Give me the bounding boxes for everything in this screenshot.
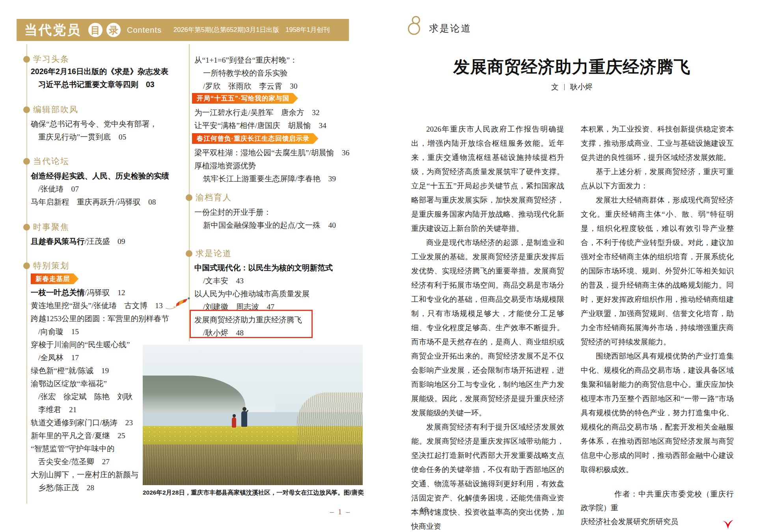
paragraph: 商业是现代市场经济的起源，是制造业和工业发展的基础。发展商贸经济是重庆发挥后发优…	[411, 236, 564, 420]
toc-entry: 一份尘封的开业手册：	[194, 207, 271, 218]
toc-section-heading: 编辑部吹风	[23, 104, 78, 115]
magazine-logo: 当代党员	[24, 21, 81, 39]
toc-entry: 习近平总书记重要文章等四则 03	[38, 79, 155, 90]
toc-section-heading: 学习头条	[23, 54, 69, 65]
author-note: 作者：中共重庆市委党校（重庆行政学院）重 庆经济社会发展研究所研究员	[581, 487, 734, 528]
toc-entry: 一枝一叶总关情/冯驿驭 12	[31, 287, 125, 298]
toc-section-heading: 时事聚焦	[23, 221, 69, 233]
toc-entry: 新中国金融保险事业的起点/文一殊 40	[203, 220, 336, 231]
page-number-left: – 1 –	[311, 508, 351, 516]
issue-info: 2026年第5期(总第652期)3月1日出版 1958年1月创刊	[173, 26, 330, 34]
toc-entry: 李维君 21	[38, 404, 77, 415]
paragraph: 发展商贸经济有利于提升区域经济发展效能。发展商贸经济是重庆发挥区域带动能力，坚决…	[411, 420, 564, 532]
toc-entry: 厚植湿地资源优势	[194, 160, 256, 171]
toc-entry: 轨道交通修到家门口/杨涛 23	[31, 417, 133, 428]
toc-circle-lu: 录	[106, 23, 121, 37]
author-note-line: 庆经济社会发展研究所研究员	[581, 515, 734, 528]
photo-figure-head	[242, 407, 246, 411]
toc-entry: /文丰安 43	[203, 275, 244, 286]
toc-entry: /张佌瑃 07	[38, 184, 79, 194]
toc-entry: 黄连地里挖“甜头”/张佌瑃 古文博 13	[31, 300, 163, 311]
toc-entry: 创造经得起实践、人民、历史检验的实绩	[31, 171, 169, 181]
toc-entry: 2026年2月16日出版的《求是》杂志发表	[31, 66, 168, 77]
byline-prefix: 文	[551, 83, 559, 91]
paragraph: 基于上述分析，发展商贸经济，重庆可重点从以下方面发力：	[581, 165, 734, 193]
byline-divider	[564, 84, 565, 90]
toc-entry: /张宏 徐定斌 陈艳 刘耿	[38, 391, 132, 402]
bullet-icon	[23, 262, 30, 269]
toc-section-heading: 求是论道	[186, 248, 232, 259]
toc-entry: 乡愁/陈正茂 28	[38, 482, 94, 493]
toc-badge: 开局“十五五”·写给我的家与国	[192, 93, 298, 104]
toc-entry: 马年启新程 重庆再跃升/冯驿驭 08	[31, 197, 156, 207]
article-column-1: 2026年重庆市人民政府工作报告明确提出，增强内陆开放综合枢纽服务效能。近年来，…	[411, 122, 564, 532]
toc-entry: 梁平双桂湖：湿地公园“去腐生肌”/胡晨愉 36	[194, 147, 349, 158]
photo-caption: 2026年2月28日，重庆市丰都县高家镇汶溪社区，一对母女在江边放风筝。图/唐奕	[143, 489, 363, 497]
paragraph: 发展壮大经销商群体，形成现代商贸经济文化。重庆经销商主体“小、散、弱”特征明显，…	[581, 193, 734, 349]
paragraph: 2026年重庆市人民政府工作报告明确提出，增强内陆开放综合枢纽服务效能。近年来，…	[411, 122, 564, 236]
toc-entry: 穿梭于川渝间的“民生暖心线”	[31, 339, 130, 350]
magazine-spread: 当代党员 目 录 Contents 2026年第5期(总第652期)3月1日出版…	[0, 0, 757, 532]
bullet-icon	[186, 250, 192, 257]
toc-entry: 重庆见行动”一贯到底 05	[38, 132, 126, 142]
toc-entry: 中国式现代化：以民生为核的文明新范式	[194, 262, 333, 273]
photo-figure-head	[233, 414, 236, 417]
toc-entry: 一所特教学校的音乐实验	[203, 68, 288, 78]
toc-entry: 且趁春风策马行/汪茂盛 09	[31, 236, 125, 247]
photo-reeds	[297, 392, 363, 460]
article-byline: 文耿小烬	[410, 82, 734, 92]
kite-flying-photo	[143, 345, 363, 485]
toc-section-heading: 当代论坛	[23, 156, 69, 167]
toc-entry: “智慧监管”守护年味中的	[31, 443, 114, 454]
bullet-icon	[186, 194, 192, 201]
toc-section-heading: 特别策划	[23, 260, 69, 271]
publisher-logo-icon	[722, 519, 734, 530]
toc-entry: /罗欣 张雨欣 李云霄 30	[203, 81, 297, 91]
byline-author: 耿小烬	[570, 83, 593, 91]
bullet-icon	[23, 224, 30, 231]
toc-entry: 绿色新“橙”就/陈诚 19	[31, 365, 109, 376]
contents-label: Contents	[127, 26, 162, 35]
toc-entry: /全凤林 17	[38, 352, 79, 363]
paragraph: 围绕西部地区具有规模优势的产业打造集中化、规模化的商品交易市场，建设具备区域集聚…	[581, 349, 734, 477]
gourd-icon	[408, 15, 426, 36]
toc-badge: 新春走基层	[31, 273, 79, 284]
page-number-right: – 48 –	[411, 506, 437, 514]
kite-decoration-icon	[165, 295, 192, 314]
author-note-line: 作者：中共重庆市委党校（重庆行政学院）重	[581, 487, 734, 515]
bullet-icon	[23, 106, 30, 113]
bullet-icon	[23, 56, 30, 63]
toc-entry: 为一江碧水行走/吴胜军 唐余方 32	[194, 107, 319, 118]
toc-entry: 让平安“满格”相伴/唐国庆 胡晨愉 34	[194, 120, 326, 131]
toc-entry: 大别山脚下，一座村庄的新颜与	[31, 469, 138, 480]
paragraph: 本积累，为工业投资、科技创新提供稳定资本支撑，推动形成商业、工业与基础设施建设互…	[581, 122, 734, 165]
toc-entry: 跨越1253公里的团圆：军营里的别样春节	[31, 313, 169, 324]
article-section-label: 求是论道	[408, 15, 472, 36]
section-label-text: 求是论道	[429, 22, 472, 35]
toc-entry: 从“1+1=6”到登台“重庆村晚”：	[194, 55, 297, 65]
article-column-2: 本积累，为工业投资、科技创新提供稳定资本支撑，推动形成商业、工业与基础设施建设互…	[581, 122, 734, 528]
toc-entry: 新年里的平凡之音/夏继 25	[31, 430, 125, 441]
toc-badge: 春江何曾负·重庆长江生态回馈启示录	[192, 133, 319, 144]
bullet-icon	[23, 158, 30, 165]
toc-entry: 渝鄂边区绽放“幸福花”	[31, 378, 107, 389]
photo-figure-mother	[241, 411, 247, 427]
toc-section-heading: 渝档育人	[186, 192, 232, 203]
toc-header-band: 当代党员 目 录 Contents 2026年第5期(总第652期)3月1日出版…	[17, 19, 349, 41]
toc-entry: /向俞璇 15	[38, 326, 79, 337]
toc-entry-highlighted: /耿小烬 48	[203, 327, 244, 338]
article-title: 发展商贸经济助力重庆经济腾飞	[410, 56, 734, 78]
toc-entry: 舌尖安全/范圣卿 27	[38, 456, 110, 467]
toc-entry: 筑牢长江上游重要生态屏障/李春艳 39	[203, 173, 336, 184]
toc-circle-mu: 目	[88, 23, 103, 37]
toc-entry: 确保“总书记有号令、党中央有部署，	[31, 119, 157, 129]
toc-entry-highlighted: 发展商贸经济助力重庆经济腾飞	[194, 314, 302, 325]
toc-entry: 以人民为中心推动城市高质量发展	[194, 288, 310, 299]
photo-figure-child	[232, 417, 236, 428]
